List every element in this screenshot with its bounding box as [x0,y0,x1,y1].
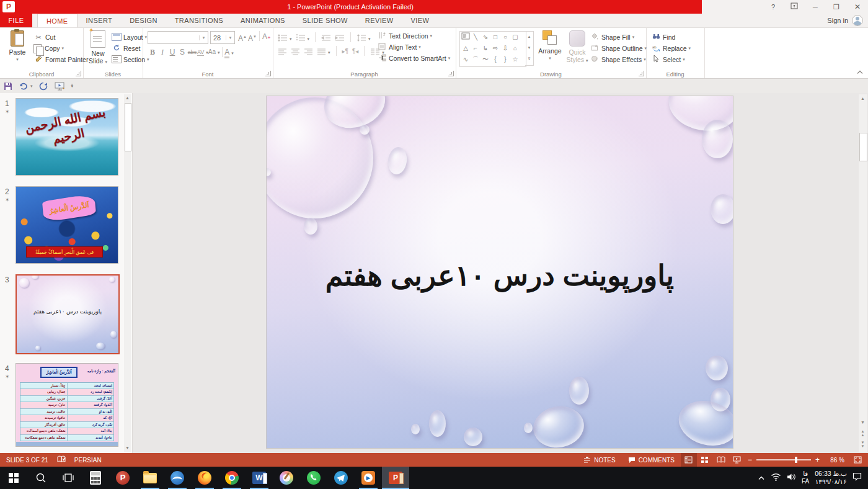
text-direction-button[interactable]: Text Direction▾ [377,30,450,42]
taskbar-search-button[interactable] [27,467,55,489]
tab-animations[interactable]: ANIMATIONS [232,14,294,27]
help-button[interactable]: ? [763,0,784,14]
paragraph-dialog-launcher[interactable] [448,71,454,76]
restore-button[interactable]: ❐ [826,0,847,14]
thumb-scroll-down-icon[interactable]: ▼ [124,444,131,452]
quick-styles-button[interactable]: Quick Styles ▾ [562,30,592,65]
speaker-icon[interactable] [787,472,796,483]
tab-design[interactable]: DESIGN [121,14,166,27]
shapes-scroll-up[interactable]: ▲ [525,32,533,43]
taskbar-firefox-button[interactable] [191,467,218,489]
underline-button[interactable]: U [167,47,177,58]
taskbar-word-button[interactable]: W [246,467,273,489]
redo-button[interactable] [39,82,48,91]
taskbar-powerpoint-button[interactable]: P [382,467,409,489]
scroll-up-icon[interactable]: ▲ [859,94,867,103]
justify-button[interactable]: ▾ [317,45,330,56]
comments-button[interactable]: COMMENTS [622,453,681,467]
bold-button[interactable]: B [148,47,157,58]
thumbnail-scrollbar-thumb[interactable] [125,103,131,151]
main-slide[interactable]: پاورپوینت درس ۱۰عربی هفتم [266,96,733,449]
tab-review[interactable]: REVIEW [356,14,402,27]
paste-button[interactable]: Paste▾ [2,30,32,63]
font-size-combo[interactable]: 28▾ [210,31,235,44]
shape-down-arrow-icon[interactable]: ⇩ [500,43,510,53]
taskbar-whatsapp-button[interactable] [300,467,327,489]
fit-slide-to-window-button[interactable] [849,453,866,467]
shape-arc-icon[interactable]: ⌒ [471,55,480,65]
align-left-button[interactable] [278,45,287,56]
shape-line-icon[interactable]: ╲ [471,32,480,42]
copy-button[interactable]: Copy▾ [33,43,88,54]
numbering-button[interactable]: ▾ [296,32,310,43]
tab-home[interactable]: HOME [37,14,78,27]
taskbar-media-player-button[interactable]: ▶ [355,467,382,489]
thumbnail-slide-1[interactable]: بسم الله الرحمن الرحیم [16,98,118,176]
slide-sorter-view-button[interactable] [697,453,713,467]
drawing-dialog-launcher[interactable] [639,71,644,76]
decrease-indent-button[interactable] [321,32,331,43]
next-slide-button[interactable]: ▼▼ [859,441,867,448]
format-painter-button[interactable]: Format Painter [33,54,88,65]
shape-star-icon[interactable]: ☆ [510,55,520,65]
shapes-scroll-down[interactable]: ▼ [525,43,533,54]
shape-effects-button[interactable]: Shape Effects▾ [590,54,647,65]
scroll-down-icon[interactable]: ▼ [859,418,867,427]
thumbnail-slide-4[interactable]: اَلْمُعجَم : واژه نامه اَلدَّرسُ الْعاشِ… [16,363,118,447]
previous-slide-button[interactable]: ▲▲ [859,429,867,437]
ribbon-display-options-button[interactable] [784,0,805,14]
convert-smartart-button[interactable]: Convert to SmartArt▾ [377,53,450,64]
thumb-scroll-up-icon[interactable]: ▲ [124,94,131,102]
wifi-icon[interactable] [771,472,781,483]
font-name-combo[interactable]: ▾ [148,31,208,44]
customize-qat-button[interactable]: ▾ [71,84,74,88]
shrink-font-button[interactable]: A▼ [247,31,257,42]
shape-scribble-icon[interactable]: ∿ [461,55,471,65]
bullets-button[interactable]: ▾ [278,32,292,43]
slide-title-text[interactable]: پاورپوینت درس ۱۰عربی هفتم [267,259,733,292]
shape-right-brace-icon[interactable]: } [500,55,510,65]
normal-view-button[interactable] [681,453,697,467]
shape-elbow-arrow-icon[interactable]: ↳ [480,43,490,53]
shapes-more-button[interactable]: ⊽ [525,54,533,65]
zoom-slider[interactable] [756,459,811,460]
increase-indent-button[interactable] [335,32,345,43]
tab-slideshow[interactable]: SLIDE SHOW [294,14,356,27]
text-shadow-button[interactable]: S [177,47,187,58]
align-text-button[interactable]: Align Text▾ [377,42,450,53]
taskbar-chrome-button[interactable] [218,467,246,489]
main-scrollbar-thumb[interactable] [859,133,867,161]
slideshow-view-button[interactable] [729,453,745,467]
shape-oval-icon[interactable]: ○ [500,32,510,42]
taskbar-internet-app-button[interactable] [164,467,191,489]
slide-indicator[interactable]: SLIDE 3 OF 21 [6,457,48,464]
shape-triangle-icon[interactable]: △ [461,43,471,53]
language-switcher[interactable]: فا FA [802,470,809,485]
clock[interactable]: 06:33 ب.ظ ۱۳۹۹/۰۸/۱۶ [815,470,847,486]
taskbar-telegram-button[interactable] [327,467,355,489]
tab-insert[interactable]: INSERT [78,14,122,27]
tab-transitions[interactable]: TRANSITIONS [166,14,232,27]
arrange-button[interactable]: Arrange▾ [535,30,565,62]
task-view-button[interactable] [55,467,82,489]
shape-textbox-icon[interactable] [461,32,471,42]
save-button[interactable] [4,82,12,91]
thumbnail-slide-3-selected[interactable]: پاورپوینت درس ۱۰عربی هفتم [16,274,120,354]
start-button[interactable] [0,467,27,489]
start-from-beginning-button[interactable] [55,82,65,91]
italic-button[interactable]: I [157,47,167,58]
change-case-button[interactable]: Aa▾ [208,47,220,58]
close-button[interactable]: ✕ [847,0,868,14]
zoom-in-button[interactable]: + [815,453,820,467]
action-center-icon[interactable] [852,472,862,483]
cut-button[interactable]: ✂Cut [33,32,88,43]
rtl-direction-button[interactable]: ¶◂ [352,48,358,55]
shapes-gallery[interactable]: ╲ ⇘ □ ○ ▢ △ ⌐ ↳ ⇨ ⇩ ⌂ ∿ ⌒ 〜 { } ☆ [459,31,526,67]
taskbar-paint-button[interactable] [273,467,300,489]
shape-curve-icon[interactable]: 〜 [480,55,490,65]
taskbar-calculator-button[interactable] [82,467,109,489]
hidden-icons-chevron[interactable] [758,472,765,483]
character-spacing-button[interactable]: AV▾ [197,47,208,58]
font-dialog-launcher[interactable] [265,71,271,76]
clipboard-dialog-launcher[interactable] [76,71,81,76]
